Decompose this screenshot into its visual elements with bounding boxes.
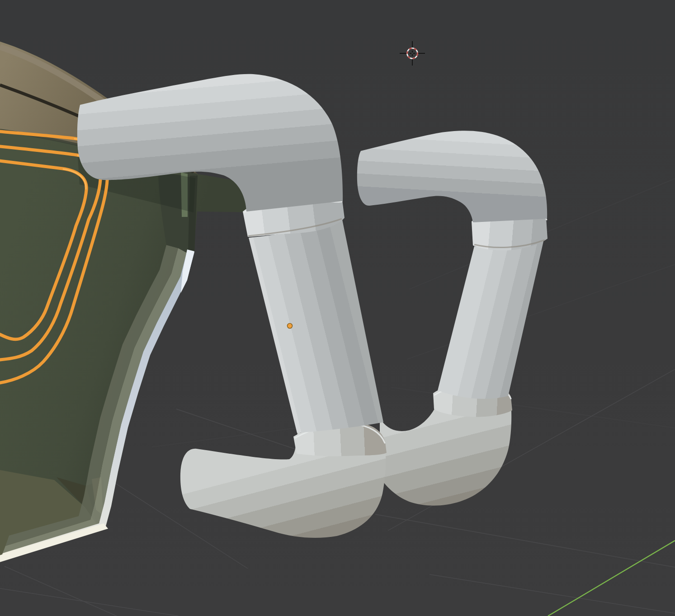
viewport-3d[interactable] — [0, 0, 675, 616]
origin-point-icon[interactable] — [288, 324, 293, 329]
viewport-canvas[interactable] — [0, 0, 675, 616]
